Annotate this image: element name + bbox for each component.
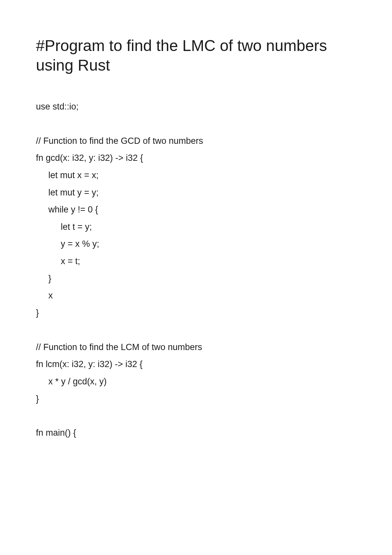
blank-line (36, 322, 356, 339)
code-line: x (36, 287, 356, 304)
code-line: let mut y = y; (36, 184, 356, 201)
code-line: let t = y; (36, 218, 356, 236)
code-line: let mut x = x; (36, 167, 356, 184)
blank-line (36, 407, 356, 424)
code-line: use std::io; (36, 98, 356, 115)
code-line: while y != 0 { (36, 201, 356, 218)
code-line: fn gcd(x: i32, y: i32) -> i32 { (36, 149, 356, 167)
code-line: x = t; (36, 253, 356, 270)
code-line: // Function to find the LCM of two numbe… (36, 339, 356, 356)
code-line: x * y / gcd(x, y) (36, 373, 356, 390)
code-line: } (36, 270, 356, 287)
blank-line (36, 115, 356, 132)
code-block: use std::io; // Function to find the GCD… (36, 98, 356, 442)
code-line: } (36, 390, 356, 408)
code-line: fn lcm(x: i32, y: i32) -> i32 { (36, 356, 356, 373)
code-line: // Function to find the GCD of two numbe… (36, 132, 356, 150)
code-line: } (36, 304, 356, 322)
code-line: y = x % y; (36, 235, 356, 253)
document-title: #Program to find the LMC of two numbers … (36, 36, 356, 75)
code-line: fn main() { (36, 424, 356, 442)
